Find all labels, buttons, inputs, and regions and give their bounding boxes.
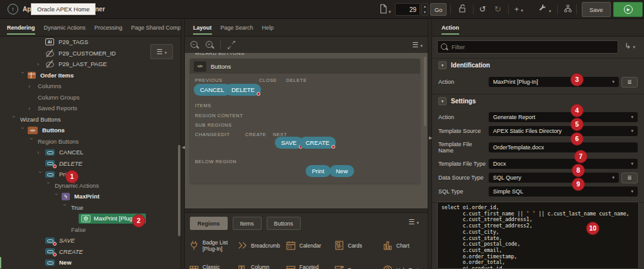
lock-icon[interactable] (458, 4, 467, 16)
gallery-item-classic-report[interactable]: Classic Report (189, 258, 236, 269)
settings-section-header[interactable]: ▾ Settings (432, 94, 644, 108)
expander-icon[interactable]: › (37, 61, 45, 67)
tab-layout[interactable]: Layout (189, 19, 216, 36)
go-button[interactable]: Go (430, 3, 447, 16)
tree-item-new[interactable]: New (0, 257, 178, 268)
page-chevron-icon[interactable]: ▾ (389, 7, 391, 17)
tree-item-column-groups[interactable]: Column Groups (0, 92, 178, 103)
tab-page-shared-components[interactable]: Page Shared Components (127, 19, 180, 36)
filter-input[interactable] (437, 40, 618, 54)
collapse-icon[interactable]: ▾ (438, 61, 447, 69)
tab-processing[interactable]: Processing (90, 19, 127, 36)
tree-item-p29-customer-id[interactable]: P29_CUSTOMER_ID (0, 48, 178, 59)
left-splitter[interactable]: ◀ (180, 19, 185, 269)
settings-action-select[interactable]: Generate Report▾ (489, 112, 638, 122)
tree-item-delete[interactable]: DELETE (0, 158, 178, 169)
query-code-editor[interactable]: select oi.order_id, c.cust_first_name ||… (437, 202, 639, 269)
tab-dynamic-actions[interactable]: Dynamic Actions (40, 19, 91, 36)
gallery-item-form[interactable]: Form (334, 258, 382, 269)
go-to-group-icon[interactable]: ↳ ▾ (625, 42, 635, 50)
sql-type-select[interactable]: Simple SQL▾ (489, 186, 638, 197)
gallery-item-badge-list[interactable]: Badge List [Plug-In] (189, 233, 236, 258)
tree-item-save[interactable]: SAVE (0, 235, 178, 246)
tab-page-search[interactable]: Page Search (216, 19, 258, 36)
tree-item-wizard-buttons[interactable]: ›Wizard Buttons (0, 114, 178, 125)
gallery-item-breadcrumb[interactable]: Breadcrumb (237, 233, 285, 258)
tree-item-true[interactable]: ›True (0, 202, 178, 214)
tree-item-buttons-region[interactable]: ›</>Buttons (0, 125, 178, 136)
tab-action[interactable]: Action (437, 19, 464, 36)
page-icon[interactable] (379, 4, 387, 16)
identification-section-header[interactable]: ▾ Identification (432, 58, 644, 72)
zoom-in-icon[interactable]: + (205, 40, 214, 49)
right-splitter[interactable]: ▶ (428, 19, 432, 269)
gallery-menu-button[interactable]: ☰ ▾ (409, 218, 419, 226)
tree-item-columns[interactable]: ›Columns (0, 81, 178, 92)
tab-rendering[interactable]: Rendering (3, 19, 40, 36)
action-list-button[interactable]: ≣ (621, 77, 638, 88)
template-file-type-select[interactable]: Docx▾ (489, 159, 638, 169)
collapse-icon[interactable]: ▾ (438, 97, 447, 105)
expander-icon[interactable]: › (11, 116, 17, 124)
expander-icon[interactable]: › (28, 83, 36, 89)
data-source-type-select[interactable]: SQL Query▾ (489, 173, 619, 183)
tree-item-region-buttons[interactable]: ›Region Buttons (0, 136, 178, 147)
save-button-pill[interactable]: SAVE (275, 137, 303, 149)
template-source-select[interactable]: APEX Static Files Directory▾ (489, 126, 638, 136)
tree-item-maxprint-plugin[interactable]: ⚙MaxPrint [Plug-In] (0, 213, 178, 224)
tree-item-dynamic-actions[interactable]: ›Dynamic Actions (0, 180, 178, 192)
tree-item-create[interactable]: CREATE (0, 246, 178, 258)
tree-item-maxprint[interactable]: ›ϟMaxPrint (0, 191, 178, 202)
expander-icon[interactable]: › (37, 171, 43, 180)
page-number-input[interactable] (395, 3, 420, 16)
shared-components-icon[interactable] (564, 4, 572, 16)
tab-help[interactable]: Help (258, 19, 279, 36)
buttons-region-header[interactable]: </> Buttons (190, 59, 420, 74)
tree-item-order-items[interactable]: ›Order Items (0, 70, 178, 81)
gallery-item-chart[interactable]: Chart (382, 233, 426, 258)
gallery-item-help-text[interactable]: Help Text (382, 258, 426, 269)
gallery-tab-items[interactable]: Items (233, 217, 262, 230)
tree-item-print[interactable]: ›Print (0, 169, 178, 180)
expander-icon[interactable]: › (45, 182, 52, 190)
undo-icon[interactable]: ↺ (479, 4, 486, 14)
apex-home-icon[interactable]: ↑ (8, 4, 18, 14)
template-file-name-input[interactable]: OrderTemplate.docx (489, 142, 638, 152)
expander-icon[interactable]: › (53, 193, 60, 202)
expander-icon[interactable]: › (28, 138, 35, 146)
layout-canvas[interactable]: WIZARD BUTTONS </> Buttons PREVIOUS CLOS… (185, 53, 428, 209)
expander-icon[interactable]: › (28, 105, 36, 112)
gallery-item-cards[interactable]: Cards (334, 233, 382, 258)
save-button[interactable]: Save (582, 2, 611, 17)
expander-icon[interactable]: › (19, 72, 26, 80)
create-button-pill[interactable]: CREATE (299, 137, 336, 149)
create-plus-icon[interactable]: + ▾ (514, 4, 523, 16)
zoom-out-icon[interactable]: − (190, 40, 199, 49)
expander-icon[interactable]: › (37, 149, 45, 156)
delete-button-pill[interactable]: DELETE (225, 84, 261, 96)
tree-item-cancel[interactable]: ›CANCEL (0, 147, 178, 158)
gallery-tab-buttons[interactable]: Buttons (267, 217, 301, 230)
data-source-list-button[interactable]: ≣ (621, 173, 638, 183)
tree-item-p29-last-page[interactable]: ›P29_LAST_PAGE (0, 59, 178, 70)
gallery-tab-regions[interactable]: Regions (190, 217, 228, 230)
page-number-stepper[interactable]: ▲▼ (421, 3, 428, 16)
gallery-item-calendar[interactable]: Calendar (286, 233, 333, 258)
gallery-item-column-toggle[interactable]: Column Toggle Report (237, 258, 285, 269)
new-button-pill[interactable]: New (330, 165, 354, 177)
layout-menu-button[interactable]: ☰ ▾ (413, 41, 423, 49)
run-page-button[interactable]: ▶ (613, 2, 643, 17)
buttons-region[interactable]: </> Buttons PREVIOUS CLOSE DELETE CANCEL… (190, 59, 420, 183)
utilities-wrench-icon[interactable]: ▾ (538, 4, 551, 16)
tree-item-p29-tags[interactable]: AIP29_TAGS (0, 37, 178, 48)
gallery-splitter[interactable]: ▼ (185, 209, 428, 213)
tree-item-saved-reports[interactable]: ›Saved Reports (0, 103, 178, 114)
action-select[interactable]: MaxPrint [Plug-In]▾ (489, 77, 619, 87)
print-button-pill[interactable]: Print (306, 165, 331, 177)
expander-icon[interactable]: › (19, 127, 26, 135)
canvas-scrollbar[interactable] (424, 57, 426, 126)
redo-icon[interactable]: ↻ (494, 4, 501, 14)
gallery-item-faceted-search[interactable]: Faceted Search (286, 258, 333, 269)
tree-item-false[interactable]: False (0, 224, 178, 236)
expander-icon[interactable]: › (62, 204, 68, 212)
